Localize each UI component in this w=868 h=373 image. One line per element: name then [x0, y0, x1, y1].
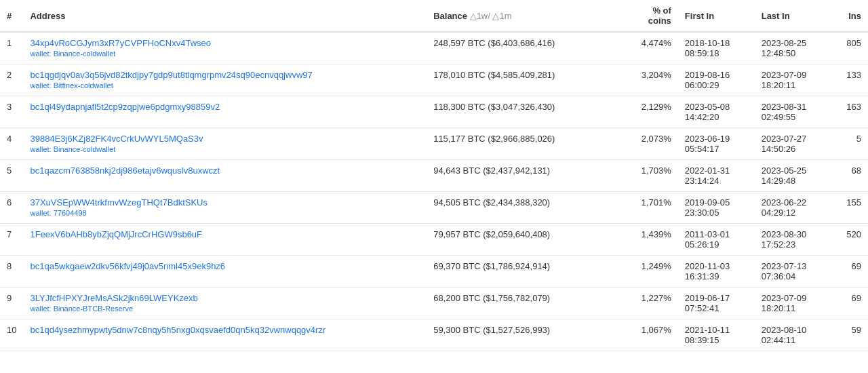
cell-balance: 248,597 BTC ($6,403,686,416) [427, 32, 621, 64]
address-link[interactable]: bc1qa5wkgaew2dkv56kfvj49j0av5nml45x9ek9h… [30, 261, 420, 271]
cell-coins-pct: 4,474% [621, 32, 678, 64]
wallet-label: wallet: Binance-coldwallet [30, 145, 420, 153]
address-link[interactable]: 34xp4vRoCGJym3xR7yCVPFHoCNxv4Twseo [30, 38, 420, 48]
cell-last-in: 2023-05-2514:29:48 [755, 160, 831, 192]
cell-ins: 520 [831, 224, 868, 256]
wallet-label: wallet: 77604498 [30, 209, 420, 217]
address-link[interactable]: bc1qgdjqv0av3q56jvd82tkdjpy7gdp9ut8tlqmg… [30, 70, 420, 80]
cell-rank: 5 [0, 160, 23, 192]
cell-rank: 3 [0, 96, 23, 128]
cell-first-in: 2019-06-1707:52:41 [678, 288, 755, 319]
address-link[interactable]: 39884E3j6KZj82FK4vcCrkUvWYL5MQaS3v [30, 134, 420, 144]
cell-last-in: 2023-07-0918:20:11 [755, 64, 831, 96]
table-row: 3bc1ql49ydapnjafl5t2cp9zqpjwe6pdgmxy9885… [0, 96, 868, 128]
cell-rank: 7 [0, 224, 23, 256]
cell-first-in: 2022-01-3123:14:24 [678, 160, 755, 192]
cell-balance: 94,643 BTC ($2,437,942,131) [427, 160, 621, 192]
cell-address: 34xp4vRoCGJym3xR7yCVPFHoCNxv4Twseowallet… [23, 32, 427, 64]
col-ins: Ins [831, 0, 868, 32]
cell-coins-pct: 2,073% [621, 128, 678, 160]
cell-address: 39884E3j6KZj82FK4vcCrkUvWYL5MQaS3vwallet… [23, 128, 427, 160]
cell-rank: 8 [0, 256, 23, 288]
cell-balance: 69,370 BTC ($1,786,924,914) [427, 256, 621, 288]
cell-balance: 118,300 BTC ($3,047,326,430) [427, 96, 621, 128]
table-row: 93LYJfcfHPXYJreMsASk2jkn69LWEYKzexbwalle… [0, 288, 868, 319]
cell-balance: 115,177 BTC ($2,966,885,026) [427, 128, 621, 160]
address-link[interactable]: bc1qazcm763858nkj2dj986etajv6wquslv8uxwc… [30, 165, 420, 176]
cell-balance: 68,200 BTC ($1,756,782,079) [427, 288, 621, 319]
table-row: 439884E3j6KZj82FK4vcCrkUvWYL5MQaS3vwalle… [0, 128, 868, 160]
col-rank: # [0, 0, 23, 32]
table-row: 637XuVSEpWW4trkfmvWzegTHQt7BdktSKUswalle… [0, 192, 868, 224]
cell-first-in: 2018-10-1808:59:18 [678, 32, 755, 64]
cell-first-in: 2020-11-0316:31:39 [678, 256, 755, 288]
cell-first-in: 2023-06-1905:54:17 [678, 128, 755, 160]
cell-rank: 4 [0, 128, 23, 160]
cell-address: 3LYJfcfHPXYJreMsASk2jkn69LWEYKzexbwallet… [23, 288, 427, 319]
cell-balance: 59,300 BTC ($1,527,526,993) [427, 319, 621, 351]
cell-balance: 178,010 BTC ($4,585,409,281) [427, 64, 621, 96]
cell-last-in: 2023-06-2204:29:12 [755, 192, 831, 224]
cell-coins-pct: 1,227% [621, 288, 678, 319]
cell-coins-pct: 1,067% [621, 319, 678, 351]
table-row: 134xp4vRoCGJym3xR7yCVPFHoCNxv4Twseowalle… [0, 32, 868, 64]
cell-ins: 155 [831, 192, 868, 224]
cell-last-in: 2023-07-0918:20:11 [755, 288, 831, 319]
cell-ins: 805 [831, 32, 868, 64]
cell-ins: 59 [831, 319, 868, 351]
cell-rank: 6 [0, 192, 23, 224]
cell-address: 1FeexV6bAHb8ybZjqQMjJrcCrHGW9sb6uF [23, 224, 427, 256]
cell-balance: 94,505 BTC ($2,434,388,320) [427, 192, 621, 224]
cell-first-in: 2019-08-1606:00:29 [678, 64, 755, 96]
cell-coins-pct: 1,703% [621, 160, 678, 192]
address-link[interactable]: 37XuVSEpWW4trkfmvWzegTHQt7BdktSKUs [30, 197, 420, 208]
address-link[interactable]: 1FeexV6bAHb8ybZjqQMjJrcCrHGW9sb6uF [30, 229, 420, 239]
address-link[interactable]: bc1ql49ydapnjafl5t2cp9zqpjwe6pdgmxy98859… [30, 102, 420, 112]
cell-rank: 2 [0, 64, 23, 96]
cell-balance: 79,957 BTC ($2,059,640,408) [427, 224, 621, 256]
table-row: 71FeexV6bAHb8ybZjqQMjJrcCrHGW9sb6uF79,95… [0, 224, 868, 256]
cell-first-in: 2023-05-0814:42:20 [678, 96, 755, 128]
cell-ins: 5 [831, 128, 868, 160]
cell-coins-pct: 1,249% [621, 256, 678, 288]
cell-ins: 133 [831, 64, 868, 96]
cell-first-in: 2019-09-0523:30:05 [678, 192, 755, 224]
cell-address: bc1qazcm763858nkj2dj986etajv6wquslv8uxwc… [23, 160, 427, 192]
bitcoin-rich-list-table: # Address Balance △1w/ △1m % ofcoins Fir… [0, 0, 868, 351]
cell-last-in: 2023-07-1307:36:04 [755, 256, 831, 288]
cell-last-in: 2023-08-3102:49:55 [755, 96, 831, 128]
cell-address: bc1qd4ysezhmypwty5dnw7c8nqy5h5nxg0xqsvae… [23, 319, 427, 351]
table-row: 5bc1qazcm763858nkj2dj986etajv6wquslv8uxw… [0, 160, 868, 192]
table-row: 2bc1qgdjqv0av3q56jvd82tkdjpy7gdp9ut8tlqm… [0, 64, 868, 96]
cell-ins: 69 [831, 288, 868, 319]
cell-address: bc1ql49ydapnjafl5t2cp9zqpjwe6pdgmxy98859… [23, 96, 427, 128]
wallet-label: wallet: Bitfinex-coldwallet [30, 81, 420, 90]
cell-ins: 163 [831, 96, 868, 128]
cell-coins-pct: 2,129% [621, 96, 678, 128]
address-link[interactable]: 3LYJfcfHPXYJreMsASk2jkn69LWEYKzexb [30, 293, 420, 303]
cell-rank: 1 [0, 32, 23, 64]
col-balance: Balance △1w/ △1m [427, 0, 621, 32]
cell-coins-pct: 1,439% [621, 224, 678, 256]
cell-address: bc1qgdjqv0av3q56jvd82tkdjpy7gdp9ut8tlqmg… [23, 64, 427, 96]
cell-address: bc1qa5wkgaew2dkv56kfvj49j0av5nml45x9ek9h… [23, 256, 427, 288]
cell-last-in: 2023-07-2714:50:26 [755, 128, 831, 160]
cell-last-in: 2023-08-1002:44:11 [755, 319, 831, 351]
cell-ins: 69 [831, 256, 868, 288]
cell-last-in: 2023-08-2512:48:50 [755, 32, 831, 64]
cell-rank: 9 [0, 288, 23, 319]
cell-coins-pct: 3,204% [621, 64, 678, 96]
cell-ins: 68 [831, 160, 868, 192]
cell-rank: 10 [0, 319, 23, 351]
cell-last-in: 2023-08-3017:52:23 [755, 224, 831, 256]
col-first-in: First In [678, 0, 755, 32]
address-link[interactable]: bc1qd4ysezhmypwty5dnw7c8nqy5h5nxg0xqsvae… [30, 325, 420, 335]
cell-address: 37XuVSEpWW4trkfmvWzegTHQt7BdktSKUswallet… [23, 192, 427, 224]
cell-coins-pct: 1,701% [621, 192, 678, 224]
col-coins-pct: % ofcoins [621, 0, 678, 32]
table-row: 8bc1qa5wkgaew2dkv56kfvj49j0av5nml45x9ek9… [0, 256, 868, 288]
col-address: Address [23, 0, 427, 32]
table-row: 10bc1qd4ysezhmypwty5dnw7c8nqy5h5nxg0xqsv… [0, 319, 868, 351]
wallet-label: wallet: Binance-coldwallet [30, 50, 420, 58]
wallet-label: wallet: Binance-BTCB-Reserve [30, 305, 420, 313]
